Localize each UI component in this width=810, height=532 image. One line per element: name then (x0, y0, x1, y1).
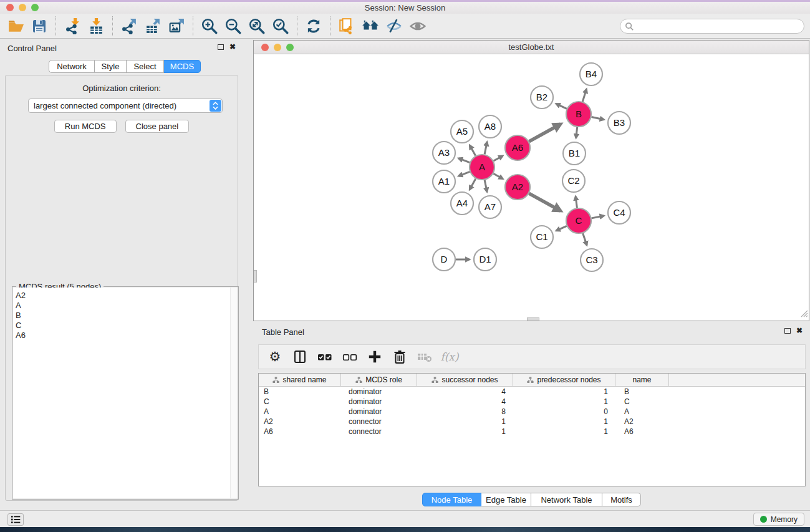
column-header-shared-name[interactable]: shared name (259, 374, 341, 386)
zoom-selected-icon[interactable] (269, 16, 292, 37)
mcds-result-list[interactable]: A2ABCA6 (13, 288, 238, 498)
tab-style[interactable]: Style (95, 60, 127, 73)
network-zoom-button[interactable] (286, 44, 294, 51)
tab-node-table[interactable]: Node Table (422, 493, 481, 506)
export-table-icon[interactable] (141, 16, 165, 37)
table-row[interactable]: A2connector11A2 (259, 417, 805, 427)
network-node-A8[interactable]: A8 (479, 115, 501, 138)
network-node-A3[interactable]: A3 (433, 142, 455, 164)
zoom-in-icon[interactable] (198, 16, 221, 37)
hide-details-eye-slash-icon[interactable] (382, 16, 406, 37)
show-all-networks-icon[interactable] (359, 16, 382, 37)
network-node-A[interactable]: A (470, 155, 494, 180)
network-edge-C-C4[interactable] (592, 216, 604, 218)
network-edge-A-A5[interactable] (470, 145, 475, 156)
network-node-A6[interactable]: A6 (505, 135, 530, 160)
network-node-B4[interactable]: B4 (580, 63, 602, 85)
mcds-result-item[interactable]: B (16, 311, 238, 321)
tab-mcds[interactable]: MCDS (164, 60, 201, 73)
network-node-A4[interactable]: A4 (451, 192, 473, 215)
network-edge-C-C1[interactable] (556, 226, 567, 230)
network-minimize-button[interactable] (274, 44, 281, 51)
table-row[interactable]: Bdominator41B (259, 387, 805, 397)
network-from-selection-icon[interactable] (335, 16, 359, 37)
network-node-C2[interactable]: C2 (562, 170, 585, 192)
network-edge-A-A1[interactable] (459, 172, 470, 176)
node-table-body[interactable]: Bdominator41BCdominator41CAdominator80AA… (259, 387, 805, 437)
network-close-button[interactable] (261, 44, 269, 51)
show-columns-icon[interactable] (289, 347, 311, 367)
criterion-dropdown[interactable]: largest connected component (directed) (28, 99, 223, 113)
network-node-B1[interactable]: B1 (563, 142, 586, 165)
memory-button[interactable]: Memory (753, 513, 804, 526)
close-panel-button[interactable]: Close panel (125, 120, 190, 133)
network-node-B3[interactable]: B3 (608, 112, 630, 134)
network-edge-A-A4[interactable] (470, 178, 476, 190)
close-panel-icon[interactable]: ✖ (229, 44, 236, 50)
table-row[interactable]: A6connector11A6 (259, 427, 805, 437)
float-panel-icon[interactable] (218, 44, 224, 50)
network-node-C1[interactable]: C1 (531, 226, 553, 248)
tab-network-table[interactable]: Network Table (531, 493, 602, 506)
tab-edge-table[interactable]: Edge Table (481, 493, 531, 506)
column-header-MCDS-role[interactable]: MCDS role (341, 374, 417, 386)
network-node-B[interactable]: B (566, 102, 591, 127)
open-file-icon[interactable] (4, 16, 27, 37)
float-table-panel-icon[interactable] (784, 328, 791, 334)
column-header-name[interactable]: name (615, 374, 669, 386)
run-mcds-button[interactable]: Run MCDS (54, 120, 117, 133)
network-node-C[interactable]: C (566, 208, 591, 233)
network-edge-C-C3[interactable] (583, 233, 587, 245)
select-all-columns-icon[interactable] (314, 347, 336, 367)
zoom-fit-icon[interactable] (245, 16, 269, 37)
mcds-result-item[interactable]: C (16, 321, 238, 331)
apply-layout-icon[interactable] (302, 16, 325, 37)
show-details-eye-icon[interactable] (406, 16, 430, 37)
network-edge-A6-B[interactable] (529, 124, 561, 142)
toolbar-search-box[interactable] (620, 19, 804, 34)
network-node-A5[interactable]: A5 (451, 120, 473, 143)
network-edge-A-A6[interactable] (493, 156, 503, 161)
close-table-panel-icon[interactable]: ✖ (796, 327, 803, 334)
zoom-window-button[interactable] (31, 4, 39, 11)
delete-rows-trash-icon[interactable] (388, 347, 411, 367)
minimize-window-button[interactable] (19, 4, 26, 11)
network-node-D1[interactable]: D1 (474, 248, 496, 271)
mcds-result-item[interactable]: A (16, 301, 238, 311)
network-edge-B-B4[interactable] (582, 89, 586, 102)
save-session-icon[interactable] (27, 16, 51, 37)
tab-motifs[interactable]: Motifs (602, 493, 641, 506)
mcds-result-item[interactable]: A2 (16, 291, 238, 301)
column-header-predecessor-nodes[interactable]: predecessor nodes (513, 374, 615, 386)
table-row[interactable]: Cdominator41C (259, 397, 805, 407)
create-column-plus-icon[interactable] (364, 347, 386, 367)
export-image-icon[interactable] (165, 16, 188, 37)
network-edge-B-B1[interactable] (576, 127, 577, 138)
search-input[interactable] (634, 20, 804, 32)
network-edge-B-B3[interactable] (592, 117, 604, 119)
network-node-D[interactable]: D (433, 248, 455, 271)
bottom-splitter-handle[interactable] (527, 317, 539, 321)
resize-grip-icon[interactable] (799, 308, 808, 320)
close-window-button[interactable] (6, 4, 14, 11)
network-node-A7[interactable]: A7 (479, 196, 501, 218)
network-node-A1[interactable]: A1 (433, 170, 455, 193)
tab-network[interactable]: Network (49, 60, 95, 73)
zoom-out-icon[interactable] (221, 16, 245, 37)
mcds-result-item[interactable]: A6 (16, 331, 238, 341)
network-node-A2[interactable]: A2 (505, 175, 530, 200)
unselect-all-columns-icon[interactable] (339, 347, 361, 367)
show-panels-list-button[interactable] (7, 513, 24, 526)
table-row[interactable]: Adominator80A (259, 407, 805, 417)
network-node-C4[interactable]: C4 (608, 201, 630, 224)
network-node-B2[interactable]: B2 (531, 86, 553, 109)
result-list-scrollbar[interactable] (230, 288, 238, 498)
import-network-icon[interactable] (60, 16, 84, 37)
network-edge-A-A2[interactable] (493, 173, 503, 178)
network-node-C3[interactable]: C3 (581, 249, 603, 271)
network-edge-A-A8[interactable] (485, 142, 487, 155)
tab-select[interactable]: Select (127, 60, 164, 73)
network-edge-B-B2[interactable] (556, 104, 567, 109)
network-edge-C-C2[interactable] (576, 196, 577, 208)
export-network-icon[interactable] (117, 16, 141, 37)
